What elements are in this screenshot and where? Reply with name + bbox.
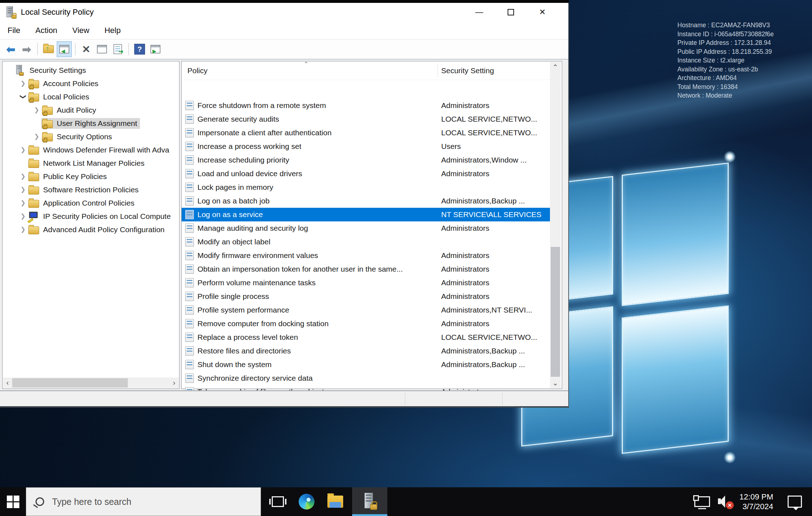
chevron-expander-icon[interactable]: ❯ — [32, 133, 41, 140]
chevron-expander-icon[interactable]: ❯ — [18, 173, 28, 180]
tree-item[interactable]: ❯ Security Settings — [3, 64, 179, 77]
policy-row[interactable]: Modify firmware environment values Admin… — [182, 249, 550, 262]
tree-item[interactable]: ❯ Security Options — [3, 130, 179, 143]
export-button[interactable]: ↑ — [41, 41, 56, 57]
tree-item[interactable]: ❯ Account Policies — [3, 77, 179, 90]
chevron-expander-icon[interactable]: ❯ — [18, 226, 28, 233]
policy-row[interactable]: Restore files and directories Administra… — [182, 344, 550, 358]
show-console-tree-button[interactable]: ◀ — [57, 41, 72, 57]
horizontal-scroll-thumb[interactable] — [12, 378, 128, 388]
taskbar: ✕ 12:09 PM 3/7/2024 — [0, 487, 812, 516]
taskbar-search[interactable] — [26, 487, 261, 516]
policy-name: Log on as a batch job — [197, 197, 270, 205]
policy-row[interactable]: Impersonate a client after authenticatio… — [182, 126, 550, 140]
tree-item[interactable]: ❯ Windows Defender Firewall with Adva — [3, 143, 179, 156]
policy-row[interactable]: Replace a process level token LOCAL SERV… — [182, 330, 550, 344]
policy-security-setting: Administrators,Backup ... — [441, 347, 525, 355]
delete-button[interactable]: ✕ — [79, 41, 94, 57]
file-explorer-button[interactable] — [323, 487, 347, 516]
chevron-expander-icon[interactable]: ❯ — [32, 106, 41, 114]
policy-row[interactable]: Synchronize directory service data — [182, 371, 550, 385]
policy-row[interactable]: Log on as a service NT SERVICE\ALL SERVI… — [182, 208, 550, 221]
task-view-button[interactable] — [266, 487, 290, 516]
menu-item[interactable]: Help — [97, 22, 128, 39]
properties-button[interactable] — [94, 41, 109, 57]
search-input[interactable] — [52, 497, 203, 507]
minimize-button[interactable]: — — [463, 3, 495, 22]
ec2-info-line: Instance ID : i-065a48f5730882f6e — [677, 30, 774, 39]
local-security-policy-taskbar-button[interactable] — [352, 487, 387, 516]
policy-row[interactable]: Perform volume maintenance tasks Adminis… — [182, 276, 550, 290]
titlebar[interactable]: Local Security Policy — ✕ — [0, 3, 568, 22]
clock-date: 3/7/2024 — [739, 502, 773, 511]
tree-item[interactable]: ❯ User Rights Assignment — [3, 117, 179, 130]
new-window-button[interactable]: ▶ — [148, 41, 163, 57]
column-header-policy[interactable]: Policy — [187, 66, 207, 75]
chevron-expander-icon[interactable]: ❯ — [18, 186, 28, 193]
help-button[interactable]: ? — [132, 41, 147, 57]
tree-item[interactable]: ❯ Local Policies — [3, 90, 179, 103]
export-folder-icon: ↑ — [43, 45, 54, 53]
chevron-expander-icon[interactable]: ❯ — [18, 146, 28, 154]
policy-security-setting: LOCAL SERVICE,NETWO... — [441, 115, 537, 123]
tree-item-label: Public Key Policies — [43, 172, 107, 181]
chevron-expander-icon[interactable]: ❯ — [18, 199, 28, 207]
column-header-security-setting[interactable]: Security Setting — [441, 66, 494, 75]
policy-security-setting: Administrators — [441, 224, 489, 233]
start-button[interactable] — [0, 487, 26, 516]
policy-row[interactable]: Profile system performance Administrator… — [182, 303, 550, 317]
mute-badge-icon: ✕ — [726, 501, 734, 509]
chevron-expander-icon[interactable]: ❯ — [18, 80, 28, 87]
sort-ascending-icon: ⌃ — [304, 61, 308, 67]
action-center-icon[interactable] — [788, 496, 802, 508]
column-divider[interactable] — [438, 64, 438, 78]
policy-row[interactable]: Force shutdown from a remote system Admi… — [182, 99, 550, 112]
policy-row[interactable]: Increase a process working set Users — [182, 140, 550, 153]
policy-row[interactable]: Remove computer from docking station Adm… — [182, 317, 550, 330]
policy-row[interactable]: Log on as a batch job Administrators,Bac… — [182, 194, 550, 208]
close-button[interactable]: ✕ — [527, 3, 558, 22]
scroll-down-arrow-icon[interactable]: ⌄ — [550, 377, 561, 388]
policy-security-setting: Administrators — [441, 101, 489, 110]
chevron-expander-icon[interactable]: ❯ — [19, 92, 27, 102]
policy-row[interactable]: Manage auditing and security log Adminis… — [182, 221, 550, 235]
policy-row[interactable]: Generate security audits LOCAL SERVICE,N… — [182, 112, 550, 126]
maximize-button[interactable] — [495, 3, 527, 22]
menu-item[interactable]: Action — [28, 22, 65, 39]
edge-button[interactable] — [295, 487, 318, 516]
taskbar-clock[interactable]: 12:09 PM 3/7/2024 — [739, 492, 773, 511]
menu-item[interactable]: View — [65, 22, 97, 39]
scroll-left-arrow-icon[interactable]: ‹ — [3, 377, 12, 388]
menu-item[interactable]: File — [0, 22, 28, 39]
forward-button[interactable]: ➡ — [19, 41, 34, 57]
chevron-expander-icon[interactable]: ❯ — [18, 212, 28, 220]
tree-item[interactable]: ❯ Software Restriction Policies — [3, 183, 179, 196]
network-icon[interactable] — [694, 496, 710, 507]
policy-row[interactable]: Shut down the system Administrators,Back… — [182, 358, 550, 371]
maximize-icon — [508, 9, 514, 15]
policy-row[interactable]: Lock pages in memory — [182, 180, 550, 194]
tree-item[interactable]: ❯ Public Key Policies — [3, 170, 179, 183]
list-vertical-scrollbar[interactable]: ⌃ ⌄ — [550, 62, 561, 388]
policy-document-icon — [185, 251, 194, 260]
ec2-info-line: Hostname : EC2AMAZ-FAN98V3 — [677, 21, 774, 30]
local-security-policy-icon — [364, 493, 376, 509]
policy-row[interactable]: Profile single process Administrators — [182, 290, 550, 303]
policy-row[interactable]: Load and unload device drivers Administr… — [182, 167, 550, 180]
tree-item[interactable]: ❯ Network List Manager Policies — [3, 156, 179, 170]
tree-item[interactable]: ❯ Audit Policy — [3, 103, 179, 117]
policy-row[interactable]: Obtain an impersonation token for anothe… — [182, 262, 550, 276]
tree-item[interactable]: ❯ Application Control Policies — [3, 196, 179, 210]
tree-horizontal-scrollbar[interactable]: ‹ › — [3, 377, 179, 388]
scroll-up-arrow-icon[interactable]: ⌃ — [550, 62, 561, 72]
policy-row[interactable]: Modify an object label — [182, 235, 550, 249]
vertical-scroll-thumb[interactable] — [551, 247, 560, 377]
scroll-right-arrow-icon[interactable]: › — [169, 377, 179, 388]
export-list-button[interactable]: ➜ — [110, 41, 125, 57]
volume-muted-icon[interactable]: ✕ — [718, 496, 732, 508]
tree-item[interactable]: ❯ IP Security Policies on Local Compute — [3, 210, 179, 223]
policy-row[interactable]: Increase scheduling priority Administrat… — [182, 153, 550, 167]
back-button[interactable]: ⬅ — [3, 41, 18, 57]
policy-document-icon — [185, 210, 194, 219]
tree-item[interactable]: ❯ Advanced Audit Policy Configuration — [3, 223, 179, 236]
